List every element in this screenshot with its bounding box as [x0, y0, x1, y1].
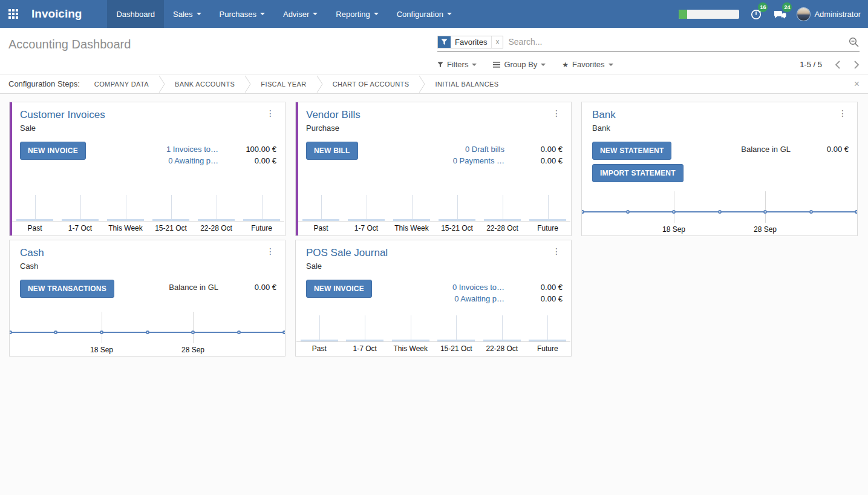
kebab-menu-icon[interactable]: ⋮	[550, 247, 563, 255]
nav-item-adviser[interactable]: Adviser	[274, 0, 327, 28]
card-title[interactable]: Cash	[20, 247, 44, 258]
journal-mini-line-chart: 18 Sep28 Sep	[582, 191, 857, 235]
config-step-initial-balances[interactable]: INITIAL BALANCES	[435, 81, 498, 88]
chart-bar	[62, 219, 99, 221]
chart-bar	[16, 219, 54, 221]
chevron-down-icon	[374, 13, 379, 18]
card-title[interactable]: POS Sale Journal	[306, 247, 388, 258]
activities-button[interactable]: 16	[749, 7, 763, 21]
messages-button[interactable]: 24	[773, 7, 787, 21]
chart-category-label: Future	[239, 224, 284, 232]
chevron-right-icon	[853, 61, 860, 69]
new-invoice-button[interactable]: NEW INVOICE	[306, 280, 372, 298]
kebab-menu-icon[interactable]: ⋮	[837, 109, 849, 117]
journal-link[interactable]: 0 Awaiting p…	[372, 293, 504, 304]
app-title[interactable]: Invoicing	[27, 0, 107, 28]
avatar	[797, 8, 810, 21]
chart-bar-cell: 1-7 Oct	[57, 191, 103, 235]
chart-category-label: 15-21 Oct	[148, 224, 194, 232]
pager-next-button[interactable]	[853, 61, 860, 69]
chevron-separator-icon	[419, 76, 425, 93]
chart-point-marker	[282, 331, 286, 334]
close-icon[interactable]: ×	[854, 79, 860, 89]
nav-item-sales[interactable]: Sales	[164, 0, 210, 28]
new-statement-button[interactable]: NEW STATEMENT	[592, 142, 671, 160]
chevron-down-icon	[313, 13, 318, 18]
config-step-company-data[interactable]: COMPANY DATA	[94, 81, 149, 88]
card-title[interactable]: Vendor Bills	[306, 109, 361, 120]
chart-gridline	[456, 315, 457, 341]
kebab-menu-icon[interactable]: ⋮	[264, 109, 276, 117]
nav-item-dashboard[interactable]: Dashboard	[107, 0, 164, 28]
chart-bars: Past1-7 OctThis Week15-21 Oct22-28 OctFu…	[296, 312, 570, 355]
import-statement-button[interactable]: IMPORT STATEMENT	[592, 164, 684, 182]
trial-progress-bar[interactable]	[679, 10, 739, 19]
card-title[interactable]: Bank	[592, 109, 616, 120]
chart-bar	[393, 219, 431, 221]
chart-gridline	[365, 315, 365, 341]
favorites-label: Favorites	[572, 60, 604, 69]
chevron-down-icon	[447, 13, 452, 18]
filters-label: Filters	[447, 60, 468, 69]
chart-point-marker	[191, 331, 195, 334]
chart-category-label: Past	[298, 224, 344, 232]
chart-gridline	[321, 195, 322, 221]
chart-point-marker	[672, 210, 676, 214]
facet-label: Favorites	[451, 36, 491, 48]
kebab-menu-icon[interactable]: ⋮	[264, 247, 276, 255]
chevron-down-icon	[197, 13, 201, 18]
search-icon[interactable]	[848, 36, 860, 48]
chart-bar-cell: This Week	[103, 191, 148, 235]
nav-item-configuration[interactable]: Configuration	[388, 0, 461, 28]
chevron-separator-icon	[158, 76, 165, 93]
apps-menu-button[interactable]	[0, 0, 27, 28]
journal-link[interactable]: 0 Awaiting p…	[86, 155, 218, 166]
chart-bar-cell: 15-21 Oct	[148, 191, 194, 235]
new-bill-button[interactable]: NEW BILL	[306, 142, 358, 160]
search-input[interactable]	[503, 35, 848, 48]
journal-link[interactable]: 0 Invoices to…	[372, 281, 504, 293]
chart-x-label: 18 Sep	[90, 346, 113, 354]
config-step-bank-accounts[interactable]: BANK ACCOUNTS	[175, 81, 235, 88]
chart-category-label: Past	[12, 224, 57, 232]
card-title[interactable]: Customer Invoices	[20, 109, 105, 120]
config-step-chart-of-accounts[interactable]: CHART OF ACCOUNTS	[333, 81, 410, 88]
favorites-dropdown[interactable]: ★ Favorites	[562, 60, 613, 69]
nav-label: Reporting	[336, 10, 370, 19]
chart-bar-cell: Past	[12, 191, 57, 235]
search-facet-favorites[interactable]: Favorites x	[437, 36, 503, 48]
nav-label: Sales	[173, 10, 193, 19]
balance-label: Balance in GL	[114, 281, 218, 293]
nav-item-purchases[interactable]: Purchases	[210, 0, 274, 28]
card-subtitle: Purchase	[306, 123, 361, 133]
pager-previous-button[interactable]	[835, 61, 841, 69]
new-invoice-button[interactable]: NEW INVOICE	[20, 142, 86, 160]
chart-bar	[198, 219, 235, 221]
chevron-separator-icon	[244, 76, 251, 93]
group-by-label: Group By	[504, 60, 537, 69]
journal-amount: 0.00 €	[504, 293, 563, 304]
journal-link[interactable]: 0 Draft bills	[358, 143, 504, 155]
kebab-menu-icon[interactable]: ⋮	[550, 109, 563, 117]
chevron-down-icon	[472, 64, 477, 68]
facet-remove-icon[interactable]: x	[491, 36, 503, 48]
chart-gridline	[765, 191, 766, 223]
new-transactions-button[interactable]: NEW TRANSACTIONS	[20, 280, 114, 298]
user-menu[interactable]: Administrator	[797, 8, 861, 21]
chart-bar-cell: 1-7 Oct	[344, 191, 389, 235]
journal-link[interactable]: 0 Payments …	[358, 155, 504, 166]
journal-link[interactable]: 1 Invoices to…	[86, 143, 218, 155]
pager: 1-5 / 5	[800, 60, 860, 69]
chart-category-label: 1-7 Oct	[342, 344, 388, 353]
nav-item-reporting[interactable]: Reporting	[327, 0, 387, 28]
config-step-fiscal-year[interactable]: FISCAL YEAR	[261, 81, 306, 88]
chart-gridline	[547, 315, 548, 341]
group-by-dropdown[interactable]: Group By	[493, 60, 546, 69]
chart-gridline	[262, 195, 263, 221]
filters-dropdown[interactable]: Filters	[437, 60, 477, 69]
progress-fill	[679, 10, 687, 19]
user-name: Administrator	[814, 10, 861, 19]
journal-amount: 0.00 €	[504, 143, 563, 155]
card-subtitle: Cash	[20, 262, 44, 271]
chart-gridline	[412, 195, 413, 221]
